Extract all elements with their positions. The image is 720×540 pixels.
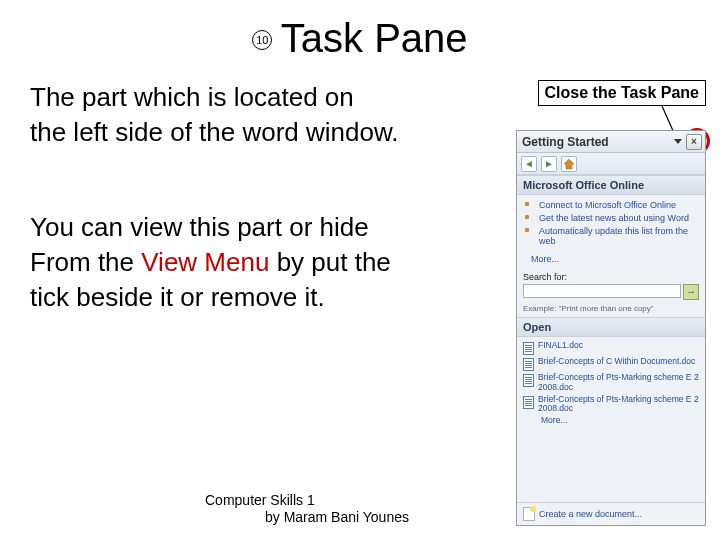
- slide-title-row: 10 Task Pane: [0, 16, 720, 61]
- section-open: Open: [517, 317, 705, 337]
- search-label: Search for:: [523, 272, 699, 282]
- task-pane-dropdown-caret-icon[interactable]: [674, 139, 682, 144]
- para2-line2: From the View Menu by put the: [30, 245, 480, 280]
- para2-line1: You can view this part or hide: [30, 210, 480, 245]
- office-link[interactable]: Get the latest news about using Word: [531, 212, 699, 225]
- slide-title: Task Pane: [281, 16, 468, 61]
- create-new-link[interactable]: Create a new document...: [539, 509, 642, 519]
- task-pane: Getting Started × ◄ ► Microsoft Office O…: [516, 130, 706, 526]
- para1-line1: The part which is located on: [30, 80, 480, 115]
- doc-icon: [523, 358, 534, 371]
- task-pane-title: Getting Started: [520, 135, 674, 149]
- create-new-row[interactable]: Create a new document...: [517, 502, 705, 525]
- task-pane-body: ◄ ► Microsoft Office Online Connect to M…: [517, 153, 705, 525]
- slide-footer: Computer Skills 1 by Maram Bani Younes: [205, 492, 409, 526]
- task-pane-close-button[interactable]: ×: [686, 134, 702, 150]
- search-block: Search for: → Example: "Print more than …: [517, 268, 705, 317]
- section-office-online: Microsoft Office Online: [517, 175, 705, 195]
- nav-back-button[interactable]: ◄: [521, 156, 537, 172]
- recent-files-more[interactable]: More...: [523, 415, 699, 425]
- slide-number-badge: 10: [252, 30, 272, 50]
- office-more-link[interactable]: More...: [517, 254, 705, 264]
- recent-file[interactable]: Brief-Concepts of Pts-Marking scheme E 2…: [523, 394, 699, 416]
- task-pane-titlebar: Getting Started ×: [517, 131, 705, 153]
- task-pane-nav: ◄ ►: [517, 153, 705, 175]
- office-online-links: Connect to Microsoft Office Online Get t…: [517, 195, 705, 254]
- doc-icon: [523, 342, 534, 355]
- search-input[interactable]: [523, 284, 681, 298]
- slide-body: The part which is located on the left si…: [30, 80, 480, 315]
- close-callout-label: Close the Task Pane: [538, 80, 706, 106]
- recent-file[interactable]: Brief-Concepts of C Within Document.doc: [523, 356, 699, 372]
- office-link[interactable]: Connect to Microsoft Office Online: [531, 199, 699, 212]
- nav-forward-button[interactable]: ►: [541, 156, 557, 172]
- search-go-button[interactable]: →: [683, 284, 699, 300]
- para2-line3: tick beside it or remove it.: [30, 280, 480, 315]
- para1-line2: the left side of the word window.: [30, 115, 480, 150]
- recent-files-list: FINAL1.doc Brief-Concepts of C Within Do…: [517, 337, 705, 428]
- doc-icon: [523, 396, 534, 409]
- recent-file[interactable]: FINAL1.doc: [523, 340, 699, 356]
- view-menu-highlight: View Menu: [141, 247, 269, 277]
- footer-line1: Computer Skills 1: [205, 492, 409, 509]
- recent-file[interactable]: Brief-Concepts of Pts-Marking scheme E 2…: [523, 372, 699, 394]
- doc-icon: [523, 374, 534, 387]
- nav-home-button[interactable]: [561, 156, 577, 172]
- search-example: Example: "Print more than one copy": [523, 304, 699, 313]
- footer-line2: by Maram Bani Younes: [205, 509, 409, 526]
- home-icon: [563, 158, 575, 170]
- office-link[interactable]: Automatically update this list from the …: [531, 225, 699, 249]
- new-document-icon: [523, 507, 535, 521]
